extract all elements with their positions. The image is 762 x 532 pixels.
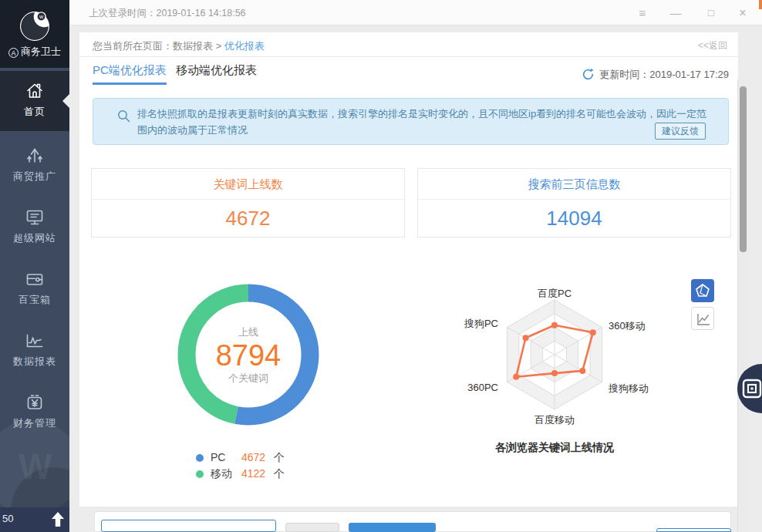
yinyang-logo-icon: w (19, 9, 50, 42)
search-icon (117, 109, 130, 123)
sidebar-item-trade-promotion[interactable]: 商贸推广 (0, 136, 69, 196)
breadcrumb-prefix: 您当前所在页面： (93, 40, 173, 52)
sidebar-item-toolbox[interactable]: 百宝箱 (0, 259, 69, 319)
breadcrumb-separator: > (216, 40, 222, 52)
divider (79, 56, 738, 57)
app-window: w A商务卫士 首页 商贸推广 超级网站 (0, 0, 762, 532)
radar-axis-360-mobile: 360移动 (609, 319, 646, 333)
donut-legend: PC4672个 移动4122个 (196, 450, 285, 482)
stat-card-value: 14094 (418, 200, 730, 237)
last-login-label: 上次登录时间：2019-01-16 14:18:56 (89, 7, 246, 20)
radar-chart (477, 288, 632, 421)
pentagon-icon (694, 282, 711, 299)
toolbox-icon (24, 268, 46, 290)
sidebar-footer: 50 (0, 507, 69, 532)
notice-text: 排名快照抓取的是报表更新时刻的真实数据，搜索引擎的排名是实时变化的，且不同地区i… (137, 106, 710, 138)
watermark-letter: W (19, 446, 52, 487)
footer-number: 50 (2, 513, 13, 524)
trend-view-button[interactable] (691, 307, 714, 330)
stat-card-title: 搜索前三页信息数 (418, 169, 730, 200)
up-arrow-icon[interactable] (51, 511, 65, 528)
sidebar: w A商务卫士 首页 商贸推广 超级网站 (0, 0, 69, 532)
stat-card-keywords-online: 关键词上线数 4672 (91, 168, 405, 237)
back-link[interactable]: <<返回 (698, 39, 727, 52)
bottom-search-input[interactable] (101, 520, 276, 532)
website-icon (24, 207, 46, 228)
promotion-icon (24, 145, 46, 167)
feedback-button[interactable]: 建议反馈 (655, 123, 706, 140)
legend-item-pc[interactable]: PC4672个 (196, 450, 285, 466)
main-panel: 您当前所在页面：数据报表 > 优化报表 <<返回 PC端优化报表 移动端优化报表… (79, 32, 738, 507)
window-close-button[interactable]: × (733, 0, 753, 25)
line-chart-icon (695, 311, 712, 328)
sidebar-item-super-website[interactable]: 超级网站 (0, 197, 69, 258)
notice-banner: 排名快照抓取的是报表更新时刻的真实数据，搜索引擎的排名是实时变化的，且不同地区i… (93, 98, 729, 145)
stat-card-top3-pages: 搜索前三页信息数 14094 (417, 168, 731, 237)
breadcrumb: 您当前所在页面：数据报表 > 优化报表 (93, 39, 265, 53)
bottom-secondary-button[interactable] (285, 523, 339, 532)
report-icon (24, 330, 46, 352)
sidebar-item-home[interactable]: 首页 (0, 71, 69, 131)
finance-icon (24, 392, 46, 413)
window-maximize-button[interactable]: □ (701, 0, 721, 25)
legend-item-mobile[interactable]: 移动4122个 (196, 466, 285, 482)
sidebar-item-data-report[interactable]: 数据报表 (0, 321, 69, 381)
breadcrumb-section: 数据报表 (173, 40, 213, 52)
bottom-primary-button[interactable] (349, 523, 436, 532)
stat-card-value: 4672 (92, 200, 404, 237)
tab-pc-report[interactable]: PC端优化报表 (93, 63, 167, 85)
scrollbar-thumb[interactable] (740, 86, 747, 252)
qr-code-icon (741, 378, 762, 399)
update-time-label: 更新时间：2019-01-17 17:29 (599, 69, 729, 80)
radar-axis-360-pc: 360PC (425, 382, 498, 393)
donut-center-label: 上线 8794 个关键词 (202, 326, 295, 385)
radar-caption: 各浏览器关键词上线情况 (458, 441, 651, 455)
radar-axis-sogou-pc: 搜狗PC (425, 317, 498, 331)
scrollbar-track (737, 79, 748, 532)
radar-view-button[interactable] (691, 279, 714, 302)
legend-dot-mobile (196, 470, 204, 478)
brand-name: A商务卫士 (0, 45, 69, 59)
home-icon (24, 80, 46, 102)
window-minimize-button[interactable]: — (666, 0, 686, 25)
radar-axis-baidu-mobile: 百度移动 (501, 413, 609, 427)
update-time-row: 更新时间：2019-01-17 17:29 (582, 68, 729, 82)
refresh-icon[interactable] (582, 68, 595, 81)
brand-badge-icon: A (8, 48, 19, 58)
corner-accent (759, 0, 762, 9)
legend-dot-pc (196, 454, 204, 462)
stat-card-title: 关键词上线数 (92, 169, 404, 200)
radar-axis-sogou-mobile: 搜狗移动 (609, 382, 649, 396)
tab-mobile-report[interactable]: 移动端优化报表 (176, 63, 257, 85)
radar-axis-baidu-pc: 百度PC (501, 287, 609, 301)
window-menu-button[interactable]: ≡ (632, 0, 652, 25)
donut-total-value: 8794 (202, 338, 295, 372)
app-logo[interactable]: w A商务卫士 (0, 0, 69, 68)
window-titlebar: 上次登录时间：2019-01-16 14:18:56 ≡ — □ × (69, 0, 762, 25)
bottom-right-input[interactable] (656, 528, 731, 532)
svg-text:w: w (39, 14, 44, 19)
breadcrumb-current[interactable]: 优化报表 (224, 40, 265, 52)
